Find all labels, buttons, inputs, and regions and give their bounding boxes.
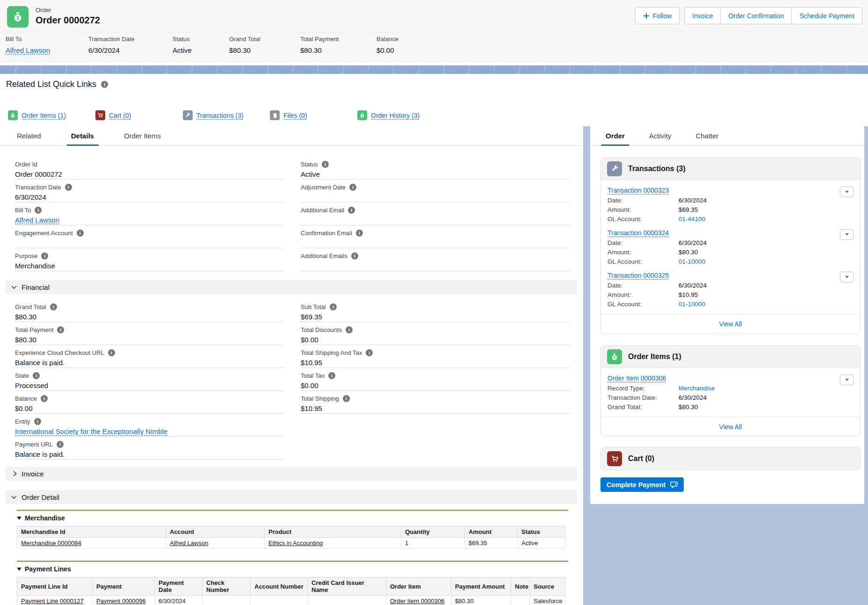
merchandise-subsection: Merchandise Merchandise Id Account Produ… — [17, 510, 568, 548]
column-header: Payment Amount — [451, 577, 511, 596]
section-title: Financial — [22, 283, 50, 291]
field-label: Order Id — [15, 161, 37, 168]
gl-account-link[interactable]: 01-10000 — [679, 258, 705, 265]
quick-links-title-text: Related List Quick Links — [6, 79, 96, 89]
schedule-payment-button[interactable]: Schedule Payment — [792, 7, 862, 24]
column-header: Quantity — [401, 526, 465, 538]
quick-link-order-items[interactable]: $ Order Items (1) — [8, 110, 66, 120]
field-label: Engagement Account — [15, 230, 73, 237]
table-cell: 1 — [401, 538, 465, 548]
tab-order-items[interactable]: Order Items — [119, 126, 166, 145]
product-record-link[interactable]: Ethics in Accounting — [268, 540, 323, 547]
order-confirmation-button[interactable]: Order Confirmation — [721, 7, 792, 24]
follow-button-label: Follow — [653, 12, 672, 20]
field-experience-cloud-checkout-url: Experience Cloud Checkout URL Balance is… — [15, 345, 284, 368]
field-label: Total Discounts — [301, 326, 342, 333]
transactions-view-all: View All — [601, 314, 860, 333]
quick-link-cart[interactable]: Cart (0) — [95, 110, 131, 120]
invoice-button[interactable]: Invoice — [684, 7, 721, 24]
svg-text:$: $ — [16, 15, 19, 21]
gl-account-link[interactable]: 01-10000 — [679, 301, 705, 308]
tab-order[interactable]: Order — [601, 126, 629, 145]
view-all-link[interactable]: View All — [719, 423, 742, 431]
transaction-record-link[interactable]: Transaction 0000325 — [608, 272, 669, 279]
summary-label: Total Payment — [300, 36, 339, 43]
quick-link-label[interactable]: Files (0) — [283, 112, 307, 119]
summary-label: Bill To — [6, 36, 50, 43]
page-title: Order 0000272 — [36, 15, 100, 26]
table-cell: Active — [518, 538, 565, 548]
quick-link-transactions[interactable]: Transactions (3) — [183, 110, 244, 120]
summary-status: Status Active — [173, 36, 192, 54]
payment-lines-subsection-title[interactable]: Payment Lines — [17, 565, 568, 573]
transaction-entry: Transaction 0000325 Date:6/30/2024 Amoun… — [608, 271, 854, 308]
row-actions-dropdown-button[interactable] — [840, 187, 854, 197]
summary-value: $0.00 — [376, 46, 398, 54]
payment-record-link[interactable]: Payment 0000096 — [96, 598, 146, 605]
field-value: Order 0000272 — [15, 170, 284, 179]
gl-account-link[interactable]: 01-44100 — [679, 216, 705, 223]
section-title: Order Detail — [22, 493, 59, 501]
tab-related[interactable]: Related — [12, 126, 46, 145]
transaction-record-link[interactable]: Transaction 0000323 — [608, 187, 669, 194]
field-total-shipping: Total Shipping $10.95 — [301, 391, 570, 414]
row-actions-dropdown-button[interactable] — [840, 375, 854, 385]
field-value: $0.00 — [15, 404, 284, 413]
column-header: Status — [518, 526, 565, 538]
payment-line-record-link[interactable]: Payment Line 0000127 — [21, 598, 84, 605]
column-header: Account — [166, 526, 265, 538]
follow-button[interactable]: Follow — [635, 7, 680, 24]
transaction-entry: Transaction 0000324 Date:6/30/2024 Amoun… — [608, 229, 854, 265]
table-row: Merchandise 0000084 Alfred Lawson Ethics… — [17, 538, 565, 548]
svg-text:$: $ — [362, 115, 363, 117]
row-actions-dropdown-button[interactable] — [840, 272, 854, 282]
order-item-record-link[interactable]: Order Item 0000306 — [608, 375, 666, 382]
info-icon — [330, 303, 337, 310]
transaction-record-link[interactable]: Transaction 0000324 — [608, 229, 669, 237]
info-icon — [57, 326, 64, 333]
order-detail-section-header[interactable]: Order Detail — [6, 490, 578, 504]
tab-details[interactable]: Details — [66, 126, 99, 145]
chevron-right-icon — [11, 471, 16, 476]
record-type-link[interactable]: Merchandise — [679, 385, 715, 392]
quick-link-files[interactable]: Files (0) — [270, 110, 307, 120]
dropdown-triangle-icon — [845, 379, 849, 381]
table-cell — [511, 596, 530, 605]
chevron-down-icon — [11, 494, 16, 499]
entry-field-value: 6/30/2024 — [679, 282, 707, 289]
account-record-link[interactable]: Alfred Lawson — [170, 540, 208, 547]
entity-record-link[interactable]: International Society for the Exceptiona… — [15, 427, 167, 435]
entry-field-label: GL Account: — [608, 258, 679, 265]
table-cell — [308, 596, 386, 605]
merchandise-subsection-title[interactable]: Merchandise — [17, 514, 568, 522]
bill-to-link[interactable]: Alfred Lawson — [6, 46, 50, 54]
table-cell — [203, 596, 251, 605]
quick-link-label[interactable]: Order Items (1) — [22, 112, 66, 119]
field-value: Active — [301, 170, 570, 179]
quick-link-label[interactable]: Cart (0) — [109, 112, 131, 119]
quick-link-label[interactable]: Order History (3) — [371, 112, 420, 119]
order-item-record-link[interactable]: Order Item 0000306 — [390, 598, 444, 605]
financial-section-header[interactable]: Financial — [6, 280, 578, 294]
tab-chatter[interactable]: Chatter — [691, 126, 723, 145]
view-all-link[interactable]: View All — [719, 320, 742, 328]
cart-card-header: Cart (0) — [601, 447, 860, 470]
column-header: Merchandise Id — [17, 526, 166, 538]
quick-link-label[interactable]: Transactions (3) — [196, 112, 244, 119]
field-balance: Balance $0.00 — [15, 391, 284, 414]
field-value: Processed — [15, 382, 284, 390]
complete-payment-button[interactable]: Complete Payment — [600, 477, 684, 492]
money-bag-icon: $ — [607, 349, 622, 364]
field-grand-total: Grand Total $80.30 — [15, 299, 284, 322]
merchandise-record-link[interactable]: Merchandise 0000084 — [21, 540, 81, 547]
page-header: $ Order Order 0000272 Follow Invoice Ord… — [0, 0, 868, 62]
row-actions-dropdown-button[interactable] — [840, 229, 854, 240]
tab-activity[interactable]: Activity — [644, 126, 676, 145]
invoice-section-header[interactable]: Invoice — [6, 467, 578, 481]
bill-to-record-link[interactable]: Alfred Lawson — [15, 216, 59, 224]
entry-field-value: $80.30 — [679, 249, 698, 256]
quick-link-order-history[interactable]: $ Order History (3) — [357, 110, 420, 120]
field-label: Additional Email — [301, 207, 344, 214]
dropdown-triangle-icon — [845, 191, 849, 193]
svg-text:$: $ — [12, 115, 14, 117]
